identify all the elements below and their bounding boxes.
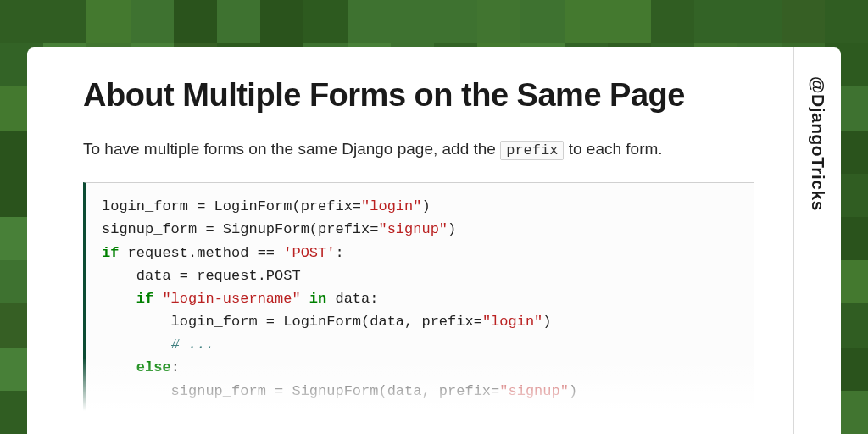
sidebar: @DjangoTricks bbox=[793, 47, 841, 434]
article-title: About Multiple Forms on the Same Page bbox=[83, 76, 754, 114]
intro-text-post: to each form. bbox=[569, 140, 663, 158]
article-intro: To have multiple forms on the same Djang… bbox=[83, 136, 710, 162]
article-content: About Multiple Forms on the Same Page To… bbox=[27, 47, 793, 434]
intro-text-pre: To have multiple forms on the same Djang… bbox=[83, 140, 500, 158]
article-card: About Multiple Forms on the Same Page To… bbox=[27, 47, 841, 434]
code-block: login_form = LoginForm(prefix="login") s… bbox=[83, 182, 754, 415]
inline-code-prefix: prefix bbox=[500, 141, 564, 160]
twitter-handle: @DjangoTricks bbox=[808, 76, 828, 211]
